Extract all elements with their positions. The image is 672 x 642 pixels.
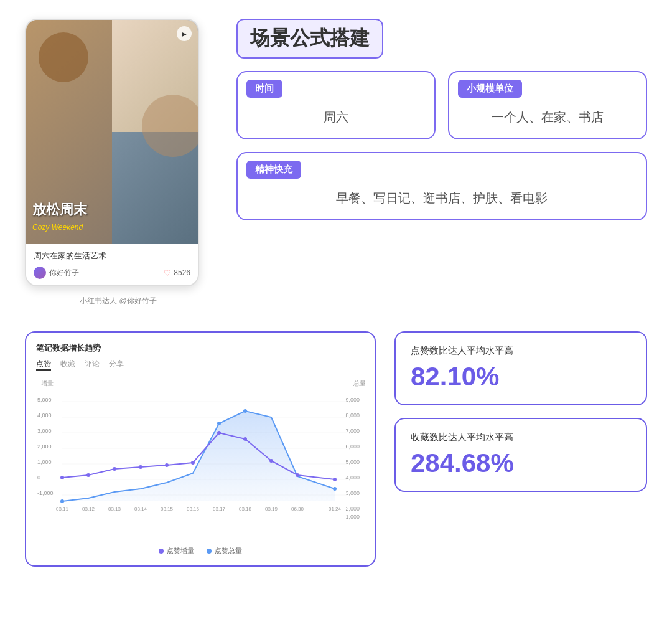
chart-svg-container: 增量 总量 5,000 4,000 3,000 2,000 1,000 0 -1…	[36, 377, 365, 541]
scale-tag: 小规模单位	[458, 80, 522, 98]
svg-text:7,000: 7,000	[345, 428, 360, 434]
chart-tabs[interactable]: 点赞 收藏 评论 分享	[36, 359, 365, 371]
phone-user-row: 你好竹子 ♡ 8526	[34, 267, 190, 279]
svg-text:03.11: 03.11	[56, 506, 69, 512]
svg-text:总量: 总量	[353, 380, 365, 387]
svg-text:03.18: 03.18	[239, 506, 252, 512]
svg-text:3,000: 3,000	[37, 428, 52, 434]
svg-point-45	[296, 473, 299, 477]
top-section: 放松周末 Cozy Weekend ▶ 周六在家的生活艺术 你好竹子 ♡ 852…	[25, 19, 647, 306]
tab-share[interactable]: 分享	[109, 359, 124, 371]
svg-text:2,000: 2,000	[37, 443, 52, 450]
phone-bottom: 周六在家的生活艺术 你好竹子 ♡ 8526	[26, 244, 198, 285]
svg-point-50	[333, 487, 337, 491]
stat-value-likes: 82.10%	[411, 362, 631, 392]
svg-text:1,000: 1,000	[345, 514, 360, 520]
svg-text:5,000: 5,000	[37, 397, 52, 403]
svg-text:03.16: 03.16	[187, 506, 200, 512]
section-title-wrap: 场景公式搭建	[236, 19, 647, 59]
stat-value-collect: 284.68%	[411, 448, 631, 478]
phone-caption: 小红书达人 @你好竹子	[25, 296, 212, 306]
chart-svg: 增量 总量 5,000 4,000 3,000 2,000 1,000 0 -1…	[36, 377, 365, 539]
legend-dot-total	[207, 549, 212, 554]
scale-value: 一个人、在家、书店	[449, 103, 646, 138]
chart-legend: 点赞增量 点赞总量	[36, 546, 365, 555]
svg-point-47	[60, 499, 64, 503]
phone-likes: ♡ 8526	[164, 268, 190, 278]
section-title: 场景公式搭建	[236, 19, 383, 59]
right-panel: 场景公式搭建 时间 周六 小规模单位 一个人、在家、书店 精神快充 早餐、写日记…	[236, 19, 647, 220]
phone-user: 你好竹子	[34, 267, 79, 279]
svg-point-36	[60, 476, 64, 479]
svg-text:03.15: 03.15	[161, 506, 174, 512]
phone-overlay-title: 放松周末	[32, 201, 87, 219]
svg-point-48	[217, 422, 221, 425]
svg-point-38	[113, 467, 116, 471]
svg-text:03.12: 03.12	[82, 506, 95, 512]
svg-text:增量: 增量	[40, 380, 54, 387]
likes-count: 8526	[174, 268, 190, 277]
time-tag: 时间	[246, 80, 282, 98]
phone-username: 你好竹子	[49, 268, 79, 278]
time-card: 时间 周六	[236, 71, 436, 139]
tab-comment[interactable]: 评论	[85, 359, 100, 371]
tab-likes[interactable]: 点赞	[36, 359, 51, 371]
scale-card: 小规模单位 一个人、在家、书店	[448, 71, 647, 139]
svg-text:03.14: 03.14	[134, 506, 147, 512]
svg-text:01.24: 01.24	[329, 506, 342, 512]
svg-text:8,000: 8,000	[345, 412, 360, 418]
svg-point-40	[165, 463, 169, 467]
phone-note-title: 周六在家的生活艺术	[34, 250, 190, 262]
svg-text:1,000: 1,000	[37, 459, 52, 465]
svg-text:4,000: 4,000	[37, 412, 52, 418]
activity-value: 早餐、写日记、逛书店、护肤、看电影	[238, 184, 646, 219]
svg-point-37	[86, 473, 90, 477]
time-value: 周六	[238, 103, 434, 138]
svg-text:5,000: 5,000	[345, 459, 360, 465]
activity-card: 精神快充 早餐、写日记、逛书店、护肤、看电影	[236, 152, 647, 220]
svg-text:03.17: 03.17	[213, 506, 226, 512]
play-icon[interactable]: ▶	[177, 26, 192, 41]
phone-image-area: 放松周末 Cozy Weekend ▶	[26, 20, 198, 244]
stat-label-collect: 收藏数比达人平均水平高	[411, 432, 631, 443]
stat-card-collect: 收藏数比达人平均水平高 284.68%	[394, 418, 647, 492]
svg-text:3,000: 3,000	[345, 490, 360, 496]
tab-collect[interactable]: 收藏	[60, 359, 75, 371]
svg-point-39	[139, 465, 142, 469]
stat-card-likes: 点赞数比达人平均水平高 82.10%	[394, 331, 647, 405]
phone-avatar	[34, 267, 46, 279]
bottom-section: 笔记数据增长趋势 点赞 收藏 评论 分享 增量 总量 5,000 4,000 3…	[25, 331, 647, 567]
stat-label-likes: 点赞数比达人平均水平高	[411, 345, 631, 357]
activity-tag: 精神快充	[246, 161, 301, 179]
legend-item-total: 点赞总量	[207, 546, 242, 555]
svg-point-43	[243, 437, 247, 441]
chart-container: 笔记数据增长趋势 点赞 收藏 评论 分享 增量 总量 5,000 4,000 3…	[25, 331, 376, 567]
top-cards-row: 时间 周六 小规模单位 一个人、在家、书店	[236, 71, 647, 139]
legend-item-likes: 点赞增量	[159, 546, 194, 555]
phone-overlay-subtitle: Cozy Weekend	[32, 223, 83, 232]
phone-mockup: 放松周末 Cozy Weekend ▶ 周六在家的生活艺术 你好竹子 ♡ 852…	[25, 19, 199, 286]
svg-text:03.13: 03.13	[108, 506, 121, 512]
svg-text:03.19: 03.19	[265, 506, 278, 512]
svg-text:-1,000: -1,000	[37, 490, 54, 496]
svg-text:2,000: 2,000	[345, 506, 360, 512]
svg-point-46	[333, 478, 337, 481]
heart-icon: ♡	[164, 268, 171, 278]
svg-text:9,000: 9,000	[345, 397, 360, 403]
svg-point-41	[191, 461, 195, 465]
svg-text:0: 0	[37, 474, 40, 481]
svg-text:06.30: 06.30	[291, 506, 304, 512]
legend-label-likes: 点赞增量	[167, 546, 194, 555]
legend-dot-likes	[159, 549, 164, 554]
stats-panel: 点赞数比达人平均水平高 82.10% 收藏数比达人平均水平高 284.68%	[394, 331, 647, 492]
chart-title: 笔记数据增长趋势	[36, 342, 365, 354]
svg-point-44	[269, 459, 273, 463]
svg-point-49	[243, 409, 247, 413]
svg-text:4,000: 4,000	[345, 474, 360, 481]
svg-point-42	[217, 431, 221, 435]
legend-label-total: 点赞总量	[215, 546, 242, 555]
svg-text:6,000: 6,000	[345, 443, 360, 450]
phone-container: 放松周末 Cozy Weekend ▶ 周六在家的生活艺术 你好竹子 ♡ 852…	[25, 19, 212, 306]
